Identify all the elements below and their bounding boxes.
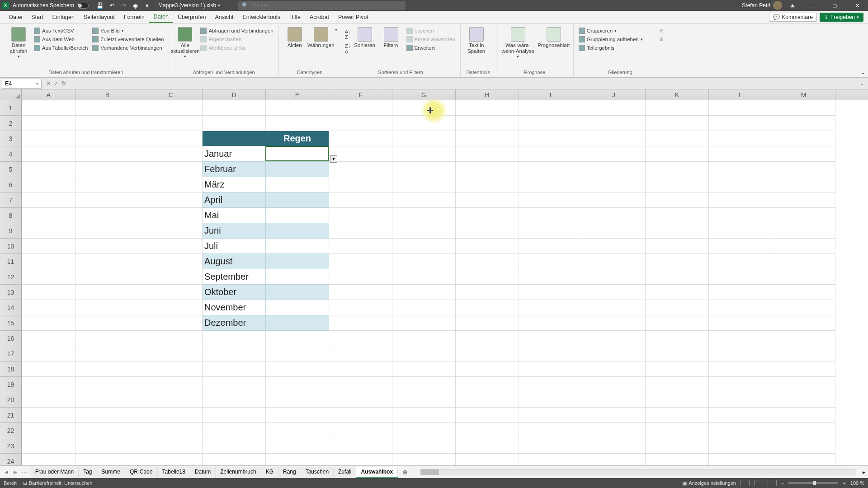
cell-I12[interactable] [519,269,582,285]
cell-H7[interactable] [456,192,519,208]
cell-G2[interactable] [392,116,456,131]
sheet-tab-summe[interactable]: Summe [97,467,125,478]
row-header-3[interactable]: 3 [0,131,21,146]
cell-H1[interactable] [456,100,519,116]
cell-K15[interactable] [646,315,709,331]
cell-M17[interactable] [772,346,835,361]
cell-H11[interactable] [456,254,519,269]
cell-L12[interactable] [709,269,772,285]
cell-J4[interactable] [582,146,646,162]
cell-I7[interactable] [519,192,582,208]
cell-G18[interactable] [392,361,456,377]
cell-H13[interactable] [456,285,519,300]
get-data-button[interactable]: Daten abrufen▾ [6,26,31,60]
cell-C4[interactable] [139,146,203,162]
advanced-filter-button[interactable]: Erweitert [405,44,457,52]
column-header-B[interactable]: B [76,89,139,100]
ribbon-tab-entwicklertools[interactable]: Entwicklertools [238,11,285,23]
cell-K17[interactable] [646,346,709,361]
cell-C17[interactable] [139,346,203,361]
column-header-L[interactable]: L [709,89,772,100]
cell-G11[interactable] [392,254,456,269]
cell-E18[interactable] [266,361,329,377]
cell-L21[interactable] [709,408,772,423]
cell-H15[interactable] [456,315,519,331]
cell-B18[interactable] [76,361,139,377]
cell-M3[interactable] [772,131,835,146]
cell-E2[interactable] [266,116,329,131]
cell-K24[interactable] [646,454,709,465]
cell-J20[interactable] [582,392,646,408]
cell-E23[interactable] [266,438,329,454]
cell-J5[interactable] [582,162,646,177]
cell-M22[interactable] [772,423,835,438]
cell-E19[interactable] [266,377,329,392]
cell-L18[interactable] [709,361,772,377]
cell-G13[interactable] [392,285,456,300]
row-header-20[interactable]: 20 [0,392,21,408]
user-account[interactable]: Stefan Petri [742,1,782,10]
ribbon-tab-start[interactable]: Start [27,11,47,23]
cell-C15[interactable] [139,315,203,331]
cell-M21[interactable] [772,408,835,423]
sheet-tab-zeilenumbruch[interactable]: Zeilenumbruch [216,467,261,478]
row-header-24[interactable]: 24 [0,454,21,465]
cell-H6[interactable] [456,177,519,192]
cell-L7[interactable] [709,192,772,208]
cell-I4[interactable] [519,146,582,162]
zoom-thumb[interactable] [813,481,816,485]
cell-B13[interactable] [76,285,139,300]
cell-M11[interactable] [772,254,835,269]
cell-H16[interactable] [456,331,519,346]
cell-B20[interactable] [76,392,139,408]
cell-D19[interactable] [203,377,266,392]
ribbon-tab-seitenlayout[interactable]: Seitenlayout [79,11,119,23]
expand-formula-bar-icon[interactable]: ⌄ [856,80,868,87]
cell-C23[interactable] [139,438,203,454]
cell-A8[interactable] [22,208,76,223]
cell-E9[interactable] [266,223,329,239]
cell-A14[interactable] [22,300,76,315]
column-headers[interactable]: ABCDEFGHIJKLM [22,89,868,100]
cell-K3[interactable] [646,131,709,146]
fx-icon[interactable]: fx [61,80,66,87]
spreadsheet-grid[interactable]: ABCDEFGHIJKLM 12345678910111213141516171… [0,89,868,465]
cell-J23[interactable] [582,438,646,454]
sheet-nav-menu-icon[interactable]: ⋯ [22,469,27,475]
refresh-all-button[interactable]: Alle aktualisieren▾ [173,26,197,60]
cell-D23[interactable] [203,438,266,454]
column-header-M[interactable]: M [772,89,835,100]
cell-J2[interactable] [582,116,646,131]
cell-I14[interactable] [519,300,582,315]
cell-C5[interactable] [139,162,203,177]
sheet-tab-auswahlbox[interactable]: Auswahlbox [356,467,398,478]
cell-F16[interactable] [329,331,392,346]
hide-detail-icon[interactable]: ⊞ [660,37,663,42]
cell-J19[interactable] [582,377,646,392]
cell-L20[interactable] [709,392,772,408]
cell-L10[interactable] [709,239,772,254]
sheet-tab-tauschen[interactable]: Tauschen [301,467,334,478]
horizontal-scrollbar[interactable] [420,469,856,475]
row-header-18[interactable]: 18 [0,361,21,377]
cell-F7[interactable] [329,192,392,208]
column-header-J[interactable]: J [582,89,646,100]
cell-F2[interactable] [329,116,392,131]
column-header-C[interactable]: C [139,89,203,100]
column-header-I[interactable]: I [519,89,582,100]
cell-J24[interactable] [582,454,646,465]
ribbon-tab-daten[interactable]: Daten [149,11,173,23]
cell-J14[interactable] [582,300,646,315]
camera-icon[interactable]: ◉ [131,1,139,9]
row-header-9[interactable]: 9 [0,223,21,239]
cell-C24[interactable] [139,454,203,465]
cancel-formula-icon[interactable]: ✕ [46,80,51,87]
cell-I18[interactable] [519,361,582,377]
cell-C9[interactable] [139,223,203,239]
cell-B7[interactable] [76,192,139,208]
data-validation-dropdown-button[interactable]: ▼ [330,155,337,163]
cell-D24[interactable] [203,454,266,465]
zoom-in-button[interactable]: + [843,480,845,486]
cell-D1[interactable] [203,100,266,116]
sort-button[interactable]: Sortieren [353,26,377,49]
